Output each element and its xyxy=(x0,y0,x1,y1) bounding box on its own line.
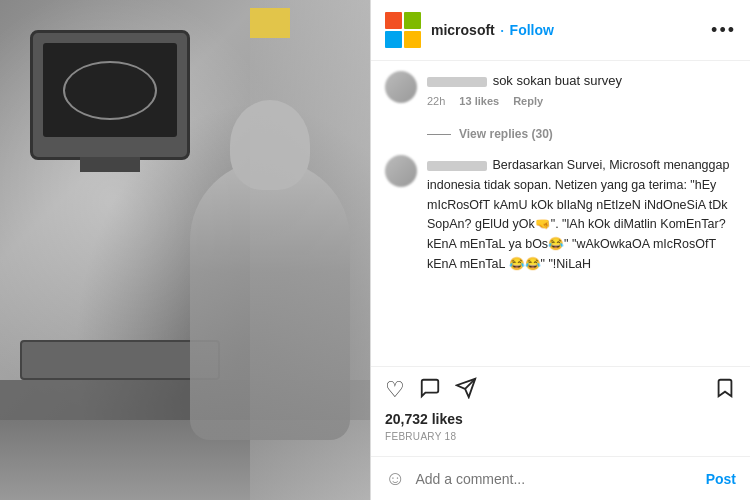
add-comment-bar: ☺ Post xyxy=(371,456,750,500)
long-comment-text: Berdasarkan Survei, Microsoft menanggap … xyxy=(427,158,729,271)
comment-row: sok sokan buat survey 22h 13 likes Reply xyxy=(385,71,736,107)
person-silhouette xyxy=(190,160,350,440)
comment-row-long: Berdasarkan Survei, Microsoft menanggap … xyxy=(385,155,736,274)
view-replies-label: View replies (30) xyxy=(459,127,553,141)
comment-icon[interactable] xyxy=(419,377,441,403)
comment-likes: 13 likes xyxy=(459,95,499,107)
comments-area: sok sokan buat survey 22h 13 likes Reply… xyxy=(371,61,750,366)
sticky-note xyxy=(250,8,290,38)
post-photo xyxy=(0,0,370,500)
instagram-panel: microsoft • Follow ••• sok sokan buat su… xyxy=(370,0,750,500)
verified-dot: • xyxy=(501,26,504,35)
comment-text: sok sokan buat survey xyxy=(427,73,622,88)
redacted-username xyxy=(427,77,487,87)
comment-content-long: Berdasarkan Survei, Microsoft menanggap … xyxy=(427,155,736,274)
header-info: microsoft • Follow xyxy=(431,22,711,38)
avatar xyxy=(385,71,417,103)
share-icon[interactable] xyxy=(455,377,477,403)
reply-button[interactable]: Reply xyxy=(513,95,543,107)
username-label[interactable]: microsoft xyxy=(431,22,495,38)
follow-button[interactable]: Follow xyxy=(510,22,554,38)
comment-time: 22h xyxy=(427,95,445,107)
comment-meta: 22h 13 likes Reply xyxy=(427,95,736,107)
view-replies-button[interactable]: View replies (30) xyxy=(427,127,736,141)
redacted-username-2 xyxy=(427,161,487,171)
ms-logo-yellow xyxy=(404,31,421,48)
comment-input[interactable] xyxy=(415,471,695,487)
replies-line xyxy=(427,134,451,135)
ms-logo-green xyxy=(404,12,421,29)
action-icons-row: ♡ xyxy=(385,377,736,403)
ms-logo-blue xyxy=(385,31,402,48)
ms-logo-red xyxy=(385,12,402,29)
heart-icon[interactable]: ♡ xyxy=(385,379,405,401)
monitor-shape xyxy=(30,30,190,160)
likes-count: 20,732 likes xyxy=(385,411,736,427)
more-options-button[interactable]: ••• xyxy=(711,20,736,41)
comment-content: sok sokan buat survey 22h 13 likes Reply xyxy=(427,71,736,107)
post-date: FEBRUARY 18 xyxy=(385,431,736,442)
bookmark-icon[interactable] xyxy=(714,377,736,403)
post-button[interactable]: Post xyxy=(706,471,736,487)
actions-bar: ♡ 20,732 likes FEBRUARY 18 xyxy=(371,366,750,456)
avatar xyxy=(385,155,417,187)
emoji-button[interactable]: ☺ xyxy=(385,467,405,490)
microsoft-logo xyxy=(385,12,421,48)
post-header: microsoft • Follow ••• xyxy=(371,0,750,61)
